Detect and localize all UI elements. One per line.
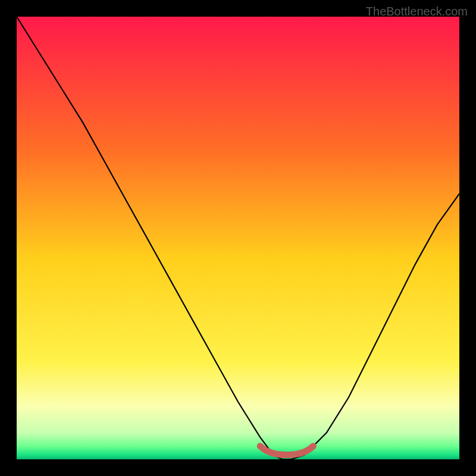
watermark-text: TheBottleneck.com <box>366 5 468 18</box>
chart-plot-area <box>17 17 459 459</box>
chart-curve-layer <box>17 17 459 459</box>
bottleneck-curve <box>17 17 459 459</box>
